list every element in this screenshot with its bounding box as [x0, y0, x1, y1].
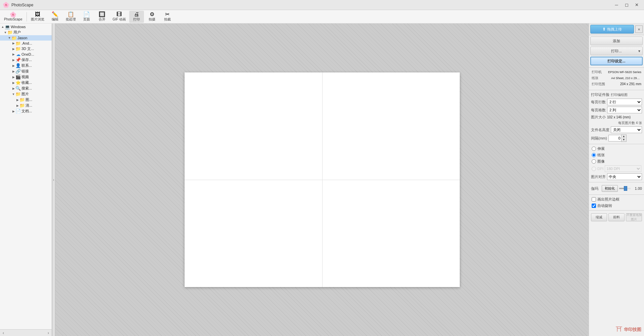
- right-panel-close-button[interactable]: ×: [635, 25, 643, 33]
- expand-pic: ▼: [11, 92, 15, 96]
- toolbar-item-page[interactable]: 📄 页面: [79, 11, 94, 23]
- bottom-buttons: 缩减 前料 不重置地加图片: [589, 212, 644, 223]
- gap-input[interactable]: [608, 135, 621, 142]
- tree-item-pic2[interactable]: ▶ 📁 清...: [0, 103, 52, 108]
- print-range-row: 打印范围 204 x 291 mm: [592, 81, 641, 87]
- count-text: 每页图片数 4 张: [618, 121, 642, 125]
- pic2-icon: 📁: [19, 103, 25, 108]
- restore-button[interactable]: ◻: [622, 1, 631, 9]
- expand-link: ▶: [11, 69, 15, 73]
- radio-paper-row: 纸张: [589, 152, 644, 158]
- tree-item-pic1[interactable]: ▶ 📁 图...: [0, 97, 52, 103]
- tree-item-contact[interactable]: ▶ 👤 联系...: [0, 63, 52, 68]
- link-icon: 🔗: [15, 69, 21, 74]
- batch-icon: 📋: [67, 12, 74, 17]
- radio-dpi[interactable]: [592, 167, 596, 171]
- radio-dpi-row: DPI 180 DPI: [589, 165, 644, 173]
- gap-decrement[interactable]: ▼: [622, 138, 626, 142]
- tree-item-save[interactable]: ▶ 📌 保存...: [0, 57, 52, 63]
- one-label: OneD...: [21, 52, 34, 56]
- tree-item-jason[interactable]: ▼ 📁 Jason: [0, 35, 52, 41]
- print-dropdown-arrow: ▼: [638, 49, 641, 53]
- upload-label: 拖拽上传: [607, 27, 622, 32]
- tree-item-users[interactable]: ▼ 📁 用户: [0, 30, 52, 35]
- gamma-init-button[interactable]: 初始化: [602, 185, 618, 192]
- upload-button[interactable]: ⬆ 拖拽上传: [590, 25, 634, 34]
- toolbar-item-crop[interactable]: ✂ 拍裁: [160, 11, 175, 23]
- tree-item-windows[interactable]: ▲ 💻 Windows: [0, 24, 52, 30]
- print-button[interactable]: 打印... ▼: [590, 47, 643, 55]
- addmore-button[interactable]: 前料: [608, 213, 625, 221]
- radio-stretch-label: 伸展: [597, 146, 605, 151]
- gif-icon: 🎞: [116, 12, 122, 17]
- reduce-button[interactable]: 缩减: [591, 213, 607, 221]
- toolbar-item-batch[interactable]: 📋 批处理: [63, 11, 79, 23]
- frame-checkbox-row: 画出照片边框: [589, 196, 644, 203]
- rows-label: 每页行数: [591, 100, 606, 105]
- toolbar-item-viewer[interactable]: 🖼 图片浏览: [28, 11, 47, 23]
- cols-select[interactable]: 2 列 1 列 3 列: [607, 107, 642, 113]
- proof-label: 打印证件脸: [591, 92, 609, 97]
- minimize-button[interactable]: ─: [612, 1, 621, 9]
- add-label: 添加: [613, 39, 620, 44]
- radio-paper[interactable]: [592, 153, 596, 157]
- close-button[interactable]: ✕: [632, 1, 641, 9]
- nav-right-arrow[interactable]: ›: [46, 331, 50, 335]
- repeat-label: 不重置地加图片: [626, 213, 642, 222]
- tree-item-3d[interactable]: ▶ 📁 3D 文...: [0, 46, 52, 52]
- gap-spinbox: ▲ ▼: [608, 134, 627, 142]
- rows-select[interactable]: 2 行 1 行 3 行 4 行: [607, 99, 642, 105]
- tools-icon: ⚙: [150, 12, 154, 17]
- radio-stretch[interactable]: [592, 147, 596, 151]
- gamma-slider[interactable]: [619, 188, 631, 189]
- rotate-checkbox[interactable]: [592, 204, 596, 208]
- nav-left-arrow[interactable]: ‹: [1, 331, 5, 335]
- toolbar-item-print[interactable]: 🖨 打印: [129, 11, 144, 23]
- toolbar-item-editor[interactable]: ✏️ 编辑: [48, 11, 62, 23]
- tree-item-onedrive[interactable]: ▶ ☁ OneD...: [0, 52, 52, 57]
- toolbar-item-gif[interactable]: 🎞 GIF 动画: [110, 11, 129, 23]
- repeat-button[interactable]: 不重置地加图片: [626, 213, 642, 221]
- toolbar-item-main[interactable]: 🌸 PhotoScape: [1, 11, 25, 23]
- title-bar: 🌸 PhotoScape ─ ◻ ✕: [0, 0, 644, 10]
- filename-select[interactable]: 关闭 小 中 大: [611, 126, 642, 133]
- gap-increment[interactable]: ▲: [622, 135, 626, 138]
- watermark-icon: ⛩: [616, 326, 623, 333]
- doc-label: 文档...: [21, 109, 32, 114]
- and-icon: 📁: [15, 41, 21, 46]
- expand-doc: ▶: [11, 109, 15, 113]
- frame-checkbox[interactable]: [592, 197, 596, 202]
- expand-pic2: ▶: [15, 104, 19, 108]
- expand-video: ▶: [11, 75, 15, 79]
- tree-item-search[interactable]: ▶ 🔍 搜索...: [0, 86, 52, 91]
- title-bar-left: 🌸 PhotoScape: [3, 2, 33, 8]
- tree-item-pic[interactable]: ▼ 📁 图片: [0, 91, 52, 97]
- radio-image[interactable]: [592, 159, 596, 164]
- toolbar-item-tools[interactable]: ⚙ 拍摄: [145, 11, 159, 23]
- tree-item-link[interactable]: ▶ 🔗 链接: [0, 68, 52, 74]
- pic1-label: 图...: [26, 97, 32, 102]
- center-area[interactable]: [55, 23, 589, 336]
- toolbar-item-combine[interactable]: 🔲 合并: [95, 11, 109, 23]
- divider-5: [589, 210, 644, 211]
- print-settings-button[interactable]: 打印设定...: [590, 57, 643, 65]
- tree-item-and[interactable]: ▶ 📁 .And...: [0, 41, 52, 46]
- gap-label: 间隔(mm): [591, 136, 607, 141]
- proof-value: 打印编组图: [611, 93, 628, 97]
- align-select[interactable]: 中央 左上 右上: [607, 173, 642, 180]
- collapse-arrow: ‹: [53, 178, 54, 182]
- reduce-label: 缩减: [596, 215, 602, 220]
- tree-item-fav[interactable]: ▶ ⭐ 收藏...: [0, 80, 52, 86]
- tree-item-video[interactable]: ▶ 🎬 视频: [0, 74, 52, 80]
- one-icon: ☁: [15, 52, 21, 57]
- count-row: 每页图片数 4 张: [589, 120, 644, 126]
- expand-save: ▶: [11, 58, 15, 62]
- radio-image-row: 图像: [589, 158, 644, 165]
- align-row: 图片对齐 中央 左上 右上: [589, 173, 644, 181]
- add-button[interactable]: 添加: [590, 37, 643, 45]
- print-label: 打印: [133, 17, 140, 22]
- save-label: 保存...: [21, 57, 32, 62]
- divider-1: [589, 90, 644, 90]
- collapse-handle[interactable]: ‹: [52, 23, 55, 336]
- tree-item-doc[interactable]: ▶ 📄 文档...: [0, 108, 52, 114]
